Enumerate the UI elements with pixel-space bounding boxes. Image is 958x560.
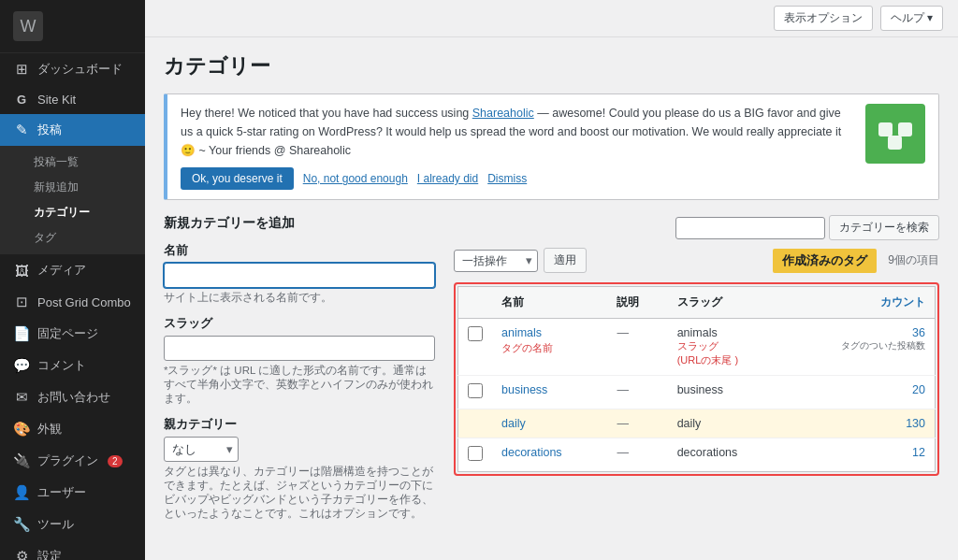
shareaholic-notice: Hey there! We noticed that you have had … <box>164 93 939 200</box>
sidebar-item-plugins[interactable]: 🔌 プラグイン 2 <box>0 445 145 477</box>
notice-no-button[interactable]: No, not good enough <box>303 172 408 185</box>
bulk-action-wrap: 一括操作 削除 ▾ <box>454 250 538 272</box>
slug-label: スラッグ <box>164 316 435 332</box>
row-count-cell: 130 <box>784 409 935 438</box>
sidebar-item-label: 固定ページ <box>37 325 98 342</box>
sidebar-item-label: Post Grid Combo <box>37 295 131 309</box>
sidebar-section-main: ⊞ ダッシュボード G Site Kit ✎ 投稿 投稿一覧 新規追加 カテゴリ… <box>0 53 145 560</box>
svg-rect-2 <box>888 136 902 150</box>
sidebar-item-contact[interactable]: ✉ お問い合わせ <box>0 381 145 413</box>
sidebar: W ⊞ ダッシュボード G Site Kit ✎ 投稿 投稿一覧 新規追加 カテ… <box>0 0 145 560</box>
table-outer-border: 名前 説明 スラッグ カウント <box>454 282 939 476</box>
category-link-daily[interactable]: daily <box>501 417 526 430</box>
row-checkbox[interactable] <box>468 446 483 461</box>
notice-text: Hey there! We noticed that you have had … <box>181 104 854 160</box>
row-checkbox[interactable] <box>468 383 483 398</box>
form-group-parent: 親カテゴリー なし ▾ タグとは異なり、カテゴリーは階層構造を持つことができます… <box>164 417 435 521</box>
row-checkbox[interactable] <box>468 326 483 341</box>
table-toolbar: 一括操作 削除 ▾ 適用 作成済みのタグ 9個の項目 <box>454 248 939 273</box>
notice-did-button[interactable]: I already did <box>417 172 478 185</box>
toolbar-right: 作成済みのタグ 9個の項目 <box>773 249 939 273</box>
sidebar-item-appearance[interactable]: 🎨 外観 <box>0 413 145 445</box>
users-icon: 👤 <box>13 484 30 501</box>
sidebar-logo: W <box>0 0 145 53</box>
sidebar-item-label: ツール <box>37 516 74 533</box>
topbar: 表示オプション ヘルプ ▾ <box>145 0 958 37</box>
sidebar-item-label: プラグイン <box>37 452 98 469</box>
sidebar-item-comments[interactable]: 💬 コメント <box>0 350 145 381</box>
sidebar-item-posts[interactable]: ✎ 投稿 <box>0 114 145 146</box>
row-name-cell: daily <box>492 409 607 438</box>
posts-icon: ✎ <box>13 122 30 138</box>
category-link-decorations[interactable]: decorations <box>501 446 562 459</box>
add-category-form: 新規カテゴリーを追加 名前 サイト上に表示される名前です。 スラッグ *スラッグ… <box>164 215 435 532</box>
col-slug-header: スラッグ <box>668 287 785 319</box>
svg-rect-1 <box>898 122 912 136</box>
sidebar-item-label: 投稿 <box>37 122 62 138</box>
row-checkbox-cell <box>458 438 493 472</box>
help-button[interactable]: ヘルプ ▾ <box>880 6 943 31</box>
table-body: animals タグの名前 — animals スラッグ <box>458 319 936 472</box>
appearance-icon: 🎨 <box>13 421 30 438</box>
sidebar-sub-item-categories[interactable]: カテゴリー <box>34 200 145 225</box>
category-link-business[interactable]: business <box>501 383 547 396</box>
plugins-icon: 🔌 <box>13 452 30 469</box>
table-row: animals タグの名前 — animals スラッグ <box>458 319 936 376</box>
sidebar-item-dashboard[interactable]: ⊞ ダッシュボード <box>0 53 145 85</box>
sidebar-item-tools[interactable]: 🔧 ツール <box>0 509 145 540</box>
wordpress-logo: W <box>13 11 43 41</box>
sidebar-sub-item-tags[interactable]: タグ <box>34 225 145 251</box>
media-icon: 🖼 <box>13 263 30 279</box>
sidebar-item-label: メディア <box>37 262 86 279</box>
notice-dismiss-button[interactable]: Dismiss <box>487 172 527 185</box>
search-area: カテゴリーを検索 <box>454 215 939 240</box>
row-count-cell: 20 <box>784 376 935 409</box>
notice-ok-button[interactable]: Ok, you deserve it <box>181 167 294 190</box>
row-slug-cell: decorations <box>668 438 785 472</box>
search-input[interactable] <box>675 217 825 239</box>
category-link-animals[interactable]: animals <box>501 326 542 339</box>
sidebar-item-label: 外観 <box>37 421 62 438</box>
sidebar-item-sitekit[interactable]: G Site Kit <box>0 85 145 114</box>
sidebar-item-users[interactable]: 👤 ユーザー <box>0 477 145 509</box>
row-count-cell: 12 <box>784 438 935 472</box>
slug-input[interactable] <box>164 336 435 361</box>
display-options-button[interactable]: 表示オプション <box>774 6 873 31</box>
parent-select[interactable]: なし <box>164 437 239 462</box>
name-label: 名前 <box>164 243 435 259</box>
sidebar-sub-item-new-post[interactable]: 新規追加 <box>34 175 145 200</box>
categories-table: 名前 説明 スラッグ カウント <box>457 286 936 472</box>
sidebar-item-label: ユーザー <box>37 484 86 501</box>
row-name-cell: animals タグの名前 <box>492 319 607 376</box>
col-name-header: 名前 <box>492 287 607 319</box>
row-count-cell: 36 タグのついた投稿数 <box>784 319 935 376</box>
form-title: 新規カテゴリーを追加 <box>164 215 435 232</box>
settings-icon: ⚙ <box>13 548 30 560</box>
sidebar-item-pages[interactable]: 📄 固定ページ <box>0 318 145 350</box>
sidebar-sub-item-posts-list[interactable]: 投稿一覧 <box>34 150 145 175</box>
name-input[interactable] <box>164 263 435 288</box>
sidebar-item-media[interactable]: 🖼 メディア <box>0 254 145 286</box>
pages-icon: 📄 <box>13 325 30 342</box>
row-desc-cell: — <box>607 319 667 376</box>
search-button[interactable]: カテゴリーを検索 <box>829 215 939 240</box>
row-slug-cell: business <box>668 376 785 409</box>
parent-hint: タグとは異なり、カテゴリーは階層構造を持つことができます。たとえば、ジャズという… <box>164 465 435 521</box>
bulk-action-select[interactable]: 一括操作 削除 <box>454 250 538 272</box>
col-count-header: カウント <box>784 287 935 319</box>
row-name-cell: decorations <box>492 438 607 472</box>
shareaholic-link[interactable]: Shareaholic <box>472 107 534 120</box>
shareaholic-logo <box>865 104 925 164</box>
sidebar-item-settings[interactable]: ⚙ 設定 <box>0 540 145 560</box>
col-checkbox <box>458 287 493 319</box>
sidebar-item-postgrid[interactable]: ⊡ Post Grid Combo <box>0 286 145 318</box>
plugins-badge: 2 <box>108 455 123 467</box>
sitekit-icon: G <box>13 93 30 107</box>
row-checkbox-cell <box>458 376 493 409</box>
apply-button[interactable]: 適用 <box>544 248 587 273</box>
notice-actions: Ok, you deserve it No, not good enough I… <box>181 167 854 190</box>
table-row: business — business 20 <box>458 376 936 409</box>
item-count: 9個の項目 <box>888 252 939 268</box>
table-row: decorations — decorations 12 <box>458 438 936 472</box>
tag-name-tooltip: タグの名前 <box>501 341 598 355</box>
